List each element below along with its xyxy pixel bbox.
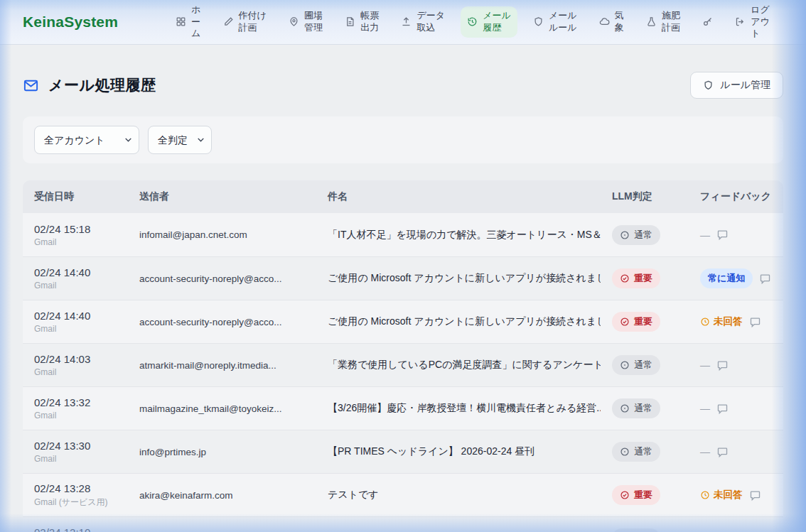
home-icon bbox=[176, 16, 186, 27]
pencil-icon bbox=[223, 16, 234, 27]
feedback-comment-button[interactable] bbox=[716, 446, 729, 458]
feedback-cell: 未回答 bbox=[689, 315, 783, 328]
mail-icon bbox=[23, 77, 39, 94]
llm-judgment-badge: 通常 bbox=[612, 528, 660, 532]
table-header-row: 受信日時 送信者 件名 LLM判定 フィードバック bbox=[23, 180, 783, 213]
account-filter-select[interactable]: 全アカウント bbox=[34, 126, 139, 154]
account-label: Gmail bbox=[34, 367, 128, 377]
sender-email: info@prtimes.jp bbox=[128, 447, 316, 457]
sender-email: account-security-noreply@acco... bbox=[128, 273, 316, 284]
key-icon bbox=[702, 16, 713, 27]
nav-item-mail-rules[interactable]: メール ルール bbox=[527, 6, 584, 38]
nav-item-home[interactable]: ホ ー ム bbox=[169, 1, 207, 44]
feedback-comment-button[interactable] bbox=[759, 273, 771, 285]
sender-email: mailmagazine_tkmail@toyokeiz... bbox=[128, 403, 316, 414]
mail-subject: ご使用の Microsoft アカウントに新しいアプリが接続されました bbox=[316, 272, 601, 285]
nav-item-fertilizer-plan[interactable]: 施肥 計画 bbox=[640, 6, 687, 38]
received-datetime: 02/24 14:40 bbox=[34, 266, 128, 278]
comment-bubble-icon bbox=[749, 316, 761, 328]
comment-bubble-icon bbox=[716, 359, 729, 371]
nav-item-mail-history[interactable]: メール 履歴 bbox=[461, 6, 517, 38]
feedback-comment-button[interactable] bbox=[749, 489, 761, 501]
llm-judgment-badge: 重要 bbox=[612, 312, 660, 332]
table-body: 02/24 15:18 Gmail infomail@japan.cnet.co… bbox=[23, 213, 783, 532]
clock-icon bbox=[700, 490, 710, 500]
judgment-icon bbox=[620, 317, 630, 327]
account-label: Gmail bbox=[34, 324, 128, 334]
feedback-comment-button[interactable] bbox=[716, 403, 729, 415]
feedback-always-badge: 常に通知 bbox=[700, 268, 753, 288]
feedback-cell: — bbox=[689, 403, 783, 415]
nav-item-report-output[interactable]: 帳票 出力 bbox=[338, 6, 385, 38]
nav-item-planting-plan[interactable]: 作付け 計画 bbox=[217, 6, 273, 38]
col-header-feedback: フィードバック bbox=[689, 190, 783, 203]
shield-icon bbox=[533, 16, 544, 27]
col-header-subject: 件名 bbox=[316, 190, 601, 203]
table-row[interactable]: 02/24 12:10 Gmail digital@kochinews.jp 四… bbox=[23, 516, 783, 532]
nav-item-weather[interactable]: 気 象 bbox=[593, 6, 630, 38]
comment-bubble-icon bbox=[759, 273, 771, 285]
table-row[interactable]: 02/24 13:32 Gmail mailmagazine_tkmail@to… bbox=[23, 386, 783, 430]
feedback-unanswered-badge: 未回答 bbox=[700, 315, 743, 328]
judgment-icon bbox=[620, 230, 630, 240]
table-row[interactable]: 02/24 13:28 Gmail (サービス用) akira@keinafar… bbox=[23, 473, 783, 516]
feedback-unanswered-badge: 未回答 bbox=[700, 489, 743, 501]
received-datetime: 02/24 14:40 bbox=[34, 310, 128, 322]
account-label: Gmail (サービス用) bbox=[34, 496, 128, 509]
judgment-filter-select[interactable]: 全判定 bbox=[148, 126, 212, 154]
llm-judgment-badge: 通常 bbox=[612, 355, 660, 375]
feedback-empty-dash: — bbox=[700, 446, 710, 457]
received-datetime: 02/24 14:03 bbox=[34, 353, 128, 365]
feedback-cell: — bbox=[689, 359, 783, 371]
received-datetime: 02/24 13:32 bbox=[34, 396, 128, 408]
llm-judgment-badge: 重要 bbox=[612, 485, 660, 505]
clock-icon bbox=[700, 317, 710, 327]
feedback-empty-dash: — bbox=[700, 359, 710, 371]
judgment-icon bbox=[620, 273, 630, 283]
feedback-empty-dash: — bbox=[700, 403, 710, 414]
nav-item-field-manage[interactable]: 圃場 管理 bbox=[282, 6, 329, 38]
comment-bubble-icon bbox=[716, 229, 729, 241]
history-icon bbox=[467, 16, 478, 27]
sender-email: atmarkit-mail@noreply.itmedia... bbox=[128, 360, 316, 371]
pin-icon bbox=[289, 16, 299, 27]
nav-item-logout[interactable]: ログ アウ ト bbox=[729, 1, 776, 44]
account-label: Gmail bbox=[34, 411, 128, 420]
mail-subject: 「IT人材不足」を現場の力で解決。三菱オートリース・MS＆AD... bbox=[316, 229, 601, 241]
mail-subject: 【3/26開催】慶応・岸教授登壇！横川電機責任者とみる経営... bbox=[316, 402, 601, 415]
mail-subject: 【PR TIMES ヘッドライン】 2026-02-24 昼刊 bbox=[316, 445, 601, 458]
table-row[interactable]: 02/24 15:18 Gmail infomail@japan.cnet.co… bbox=[23, 213, 783, 256]
llm-judgment-badge: 重要 bbox=[612, 268, 660, 288]
feedback-comment-button[interactable] bbox=[749, 316, 761, 328]
feedback-comment-button[interactable] bbox=[716, 229, 729, 241]
comment-bubble-icon bbox=[716, 446, 729, 458]
brand-logo[interactable]: KeinaSystem bbox=[23, 13, 118, 31]
doc-icon bbox=[345, 16, 355, 27]
feedback-empty-dash: — bbox=[700, 229, 710, 241]
page-title: メール処理履歴 bbox=[48, 75, 156, 95]
table-row[interactable]: 02/24 14:03 Gmail atmarkit-mail@noreply.… bbox=[23, 343, 783, 386]
table-row[interactable]: 02/24 13:30 Gmail info@prtimes.jp 【PR TI… bbox=[23, 430, 783, 473]
page-header: メール処理履歴 ルール管理 bbox=[23, 72, 783, 99]
judgment-icon bbox=[620, 490, 630, 500]
judgment-icon bbox=[620, 403, 630, 413]
nav-item-data-import[interactable]: データ 取込 bbox=[394, 6, 451, 38]
mail-subject: テストです bbox=[316, 489, 601, 501]
nav-item-api-key[interactable] bbox=[696, 13, 719, 31]
judgment-icon bbox=[620, 447, 630, 457]
mail-subject: 「業務で使用しているPCの満足度調査」に関するアンケート ≪... bbox=[316, 359, 601, 371]
comment-bubble-icon bbox=[749, 489, 761, 501]
table-row[interactable]: 02/24 14:40 Gmail account-security-norep… bbox=[23, 256, 783, 300]
feedback-comment-button[interactable] bbox=[716, 359, 729, 371]
judgment-icon bbox=[620, 360, 630, 370]
account-label: Gmail bbox=[34, 281, 128, 291]
filter-panel: 全アカウント 全判定 bbox=[23, 116, 783, 163]
rule-manage-label: ルール管理 bbox=[720, 79, 770, 92]
rule-manage-button[interactable]: ルール管理 bbox=[690, 72, 783, 99]
table-row[interactable]: 02/24 14:40 Gmail account-security-norep… bbox=[23, 300, 783, 343]
sender-email: account-security-noreply@acco... bbox=[128, 317, 316, 327]
upload-icon bbox=[401, 16, 412, 27]
comment-bubble-icon bbox=[716, 403, 729, 415]
llm-judgment-badge: 通常 bbox=[612, 442, 660, 462]
cloud-icon bbox=[599, 16, 610, 27]
